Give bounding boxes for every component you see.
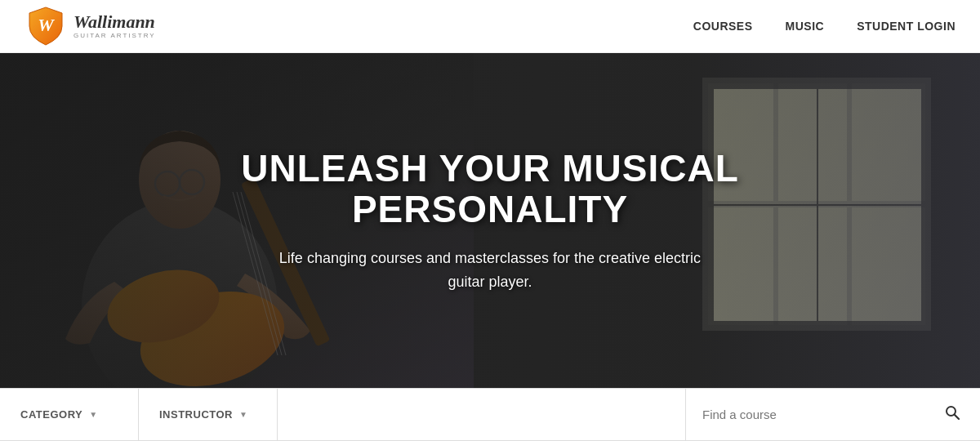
logo-tagline: GUITAR ARTISTRY [74,33,156,39]
instructor-filter[interactable]: INSTRUCTOR ▼ [139,389,278,440]
site-header: W Wallimann GUITAR ARTISTRY COURSES MUSI… [0,0,980,53]
hero-subtitle: Life changing courses and masterclasses … [261,247,719,294]
hero-section: UNLEASH YOUR MUSICAL PERSONALITY Life ch… [0,53,980,388]
svg-line-20 [955,415,959,419]
nav-student-login[interactable]: STUDENT LOGIN [857,20,956,33]
nav-music[interactable]: MUSIC [786,20,825,33]
instructor-label: INSTRUCTOR [159,408,233,421]
search-button[interactable] [941,401,964,428]
filter-spacer [278,389,686,440]
hero-title: UNLEASH YOUR MUSICAL PERSONALITY [220,148,760,230]
main-nav: COURSES MUSIC STUDENT LOGIN [693,20,956,33]
search-input[interactable] [702,408,933,421]
logo-text: Wallimann GUITAR ARTISTRY [74,13,156,39]
svg-text:W: W [38,15,55,35]
nav-courses[interactable]: COURSES [693,20,753,33]
filter-bar: CATEGORY ▼ INSTRUCTOR ▼ [0,388,980,441]
category-label: CATEGORY [20,408,82,421]
logo-icon: W [24,5,67,47]
logo[interactable]: W Wallimann GUITAR ARTISTRY [24,5,156,47]
search-area [686,389,980,440]
logo-name: Wallimann [74,13,156,31]
search-icon [944,404,960,421]
category-chevron-icon: ▼ [89,410,97,419]
category-filter[interactable]: CATEGORY ▼ [0,389,139,440]
instructor-chevron-icon: ▼ [239,410,247,419]
hero-content: UNLEASH YOUR MUSICAL PERSONALITY Life ch… [204,148,776,294]
